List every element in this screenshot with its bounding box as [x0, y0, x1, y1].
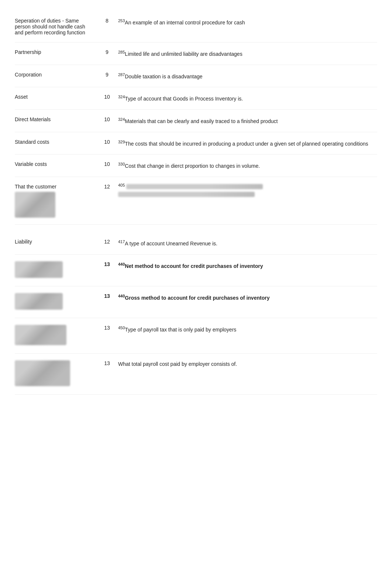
chapter-blurred-2: 13	[96, 293, 118, 299]
desc-blurred-1: 440Net method to account for credit purc…	[118, 261, 377, 270]
chapter-separation-of-duties: 8	[96, 18, 118, 24]
term-direct-materials: Direct Materials	[15, 116, 96, 122]
desc-separation-of-duties: 253An example of an internal control pro…	[118, 18, 377, 27]
desc-direct-materials: 324Materials that can be clearly and eas…	[118, 116, 377, 125]
page-num: 253	[118, 18, 125, 23]
chapter-liability: 12	[96, 239, 118, 245]
chapter-blurred-3: 13	[96, 325, 118, 331]
desc-partnership: 285Limited life and unlimited liability …	[118, 49, 377, 58]
chapter-that-the-customer: 12	[96, 184, 118, 190]
row-that-the-customer: That the customer 12 405	[15, 177, 377, 225]
row-direct-materials: Direct Materials 10 324Materials that ca…	[15, 110, 377, 132]
term-blurred-3	[15, 325, 96, 347]
chapter-blurred-1: 13	[96, 261, 118, 267]
chapter-corporation: 9	[96, 72, 118, 78]
row-separation-of-duties: Seperation of duties - Same person shoul…	[15, 11, 377, 42]
chapter-partnership: 9	[96, 49, 118, 55]
term-variable-costs: Variable costs	[15, 161, 96, 167]
page-num: 285	[118, 50, 125, 54]
desc-that-the-customer: 405	[118, 184, 377, 197]
term-separation-of-duties: Seperation of duties - Same person shoul…	[15, 18, 96, 35]
page-num: 450	[118, 326, 125, 330]
chapter-blurred-4: 13	[96, 360, 118, 366]
term-corporation: Corporation	[15, 72, 96, 78]
page-num: 324	[118, 117, 125, 122]
desc-blurred-2: 440Gross method to account for credit pu…	[118, 293, 377, 302]
page-num: 330	[118, 162, 125, 166]
blurred-desc-inline	[126, 184, 263, 189]
flashcard-image-blurred-3	[15, 325, 66, 345]
chapter-variable-costs: 10	[96, 161, 118, 167]
term-blurred-4	[15, 360, 96, 388]
blurred-desc-block	[118, 192, 255, 197]
term-partnership: Partnership	[15, 49, 96, 55]
page-num: 287	[118, 72, 125, 77]
desc-asset: 324Type of account that Goods in Process…	[118, 94, 377, 103]
row-standard-costs: Standard costs 10 329The costs that shou…	[15, 132, 377, 155]
term-liability: Liability	[15, 239, 96, 245]
page-num: 417	[118, 239, 125, 244]
row-variable-costs: Variable costs 10 330Cost that change in…	[15, 154, 377, 177]
page-num: 329	[118, 140, 125, 144]
term-that-the-customer: That the customer	[15, 184, 96, 218]
chapter-standard-costs: 10	[96, 139, 118, 145]
flashcard-image-blurred-1	[15, 261, 63, 278]
row-partnership: Partnership 9 285Limited life and unlimi…	[15, 42, 377, 65]
desc-liability: 417A type of account Unearned Revenue is…	[118, 239, 377, 248]
desc-blurred-3: 450Type of payroll tax that is only paid…	[118, 325, 377, 334]
desc-corporation: 287Double taxation is a disadvantage	[118, 72, 377, 81]
row-blurred-4: 13 What total payroll cost paid by emplo…	[15, 354, 377, 395]
row-blurred-2: 13 440Gross method to account for credit…	[15, 286, 377, 318]
term-blurred-1	[15, 261, 96, 279]
chapter-asset: 10	[96, 94, 118, 100]
flashcard-image-blurred-4	[15, 360, 70, 386]
row-liability: Liability 12 417A type of account Unearn…	[15, 232, 377, 255]
row-corporation: Corporation 9 287Double taxation is a di…	[15, 65, 377, 88]
page-num: 440	[118, 262, 125, 266]
desc-blurred-4: What total payroll cost paid by employer…	[118, 360, 377, 368]
desc-standard-costs: 329The costs that should be incurred in …	[118, 139, 377, 148]
row-asset: Asset 10 324Type of account that Goods i…	[15, 87, 377, 110]
row-blurred-1: 13 440Net method to account for credit p…	[15, 255, 377, 286]
flashcard-image-blurred-2	[15, 293, 63, 310]
term-asset: Asset	[15, 94, 96, 100]
term-standard-costs: Standard costs	[15, 139, 96, 145]
page-num: 324	[118, 95, 125, 99]
desc-variable-costs: 330Cost that change in dierct proportion…	[118, 161, 377, 170]
term-blurred-2	[15, 293, 96, 311]
page-num: 440	[118, 294, 125, 298]
row-blurred-3: 13 450Type of payroll tax that is only p…	[15, 318, 377, 354]
chapter-direct-materials: 10	[96, 116, 118, 122]
flashcard-image-that-the-customer	[15, 192, 55, 218]
